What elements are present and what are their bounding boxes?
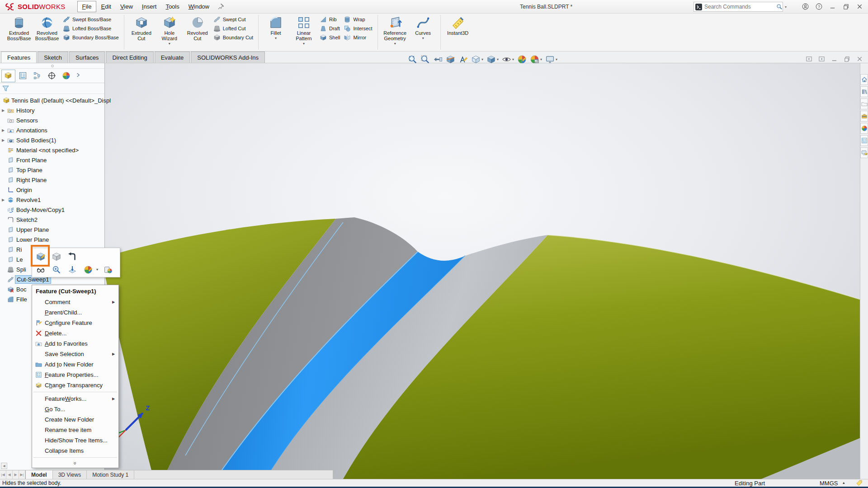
tab-solidworks-add-ins[interactable]: SOLIDWORKS Add-Ins — [191, 52, 265, 63]
menu-tools[interactable]: Tools — [161, 1, 184, 12]
search-icon[interactable] — [776, 4, 783, 10]
ribbon-button-draft[interactable]: Draft — [318, 24, 342, 33]
appearances-scenes-button[interactable] — [860, 123, 868, 134]
menu-view[interactable]: View — [116, 1, 137, 12]
search-commands-box[interactable]: ▾ — [693, 2, 783, 12]
dropdown-arrow-icon[interactable]: ▾ — [512, 57, 514, 61]
tree-item-upper-plane[interactable]: Upper Plane — [0, 225, 104, 235]
panel-tab-display-manager[interactable] — [59, 70, 73, 82]
menu-item-save-selection[interactable]: Save Selection▶ — [32, 349, 118, 359]
menu-item-go-to-[interactable]: Go To... — [32, 404, 118, 414]
dropdown-arrow-icon[interactable]: ▾ — [540, 57, 542, 61]
units-dropdown-icon[interactable]: ▴ — [843, 480, 845, 485]
close-doc-button[interactable] — [854, 54, 864, 63]
suppress-button[interactable] — [51, 251, 62, 263]
dropdown-arrow-icon[interactable]: ▾ — [169, 42, 170, 46]
ribbon-button-swept-cut[interactable]: Swept Cut — [212, 15, 255, 24]
model-tab-model[interactable]: Model — [25, 470, 53, 479]
ribbon-button-wrap[interactable]: Wrap — [342, 15, 374, 24]
tree-item-material-not-specified-[interactable]: Material <not specified> — [0, 145, 104, 155]
expand-arrow-icon[interactable]: ▶ — [0, 128, 6, 132]
home-button[interactable] — [860, 74, 868, 85]
tab-scroll-next-button[interactable]: ▶ — [13, 470, 19, 479]
menu-expand-button[interactable]: » — [32, 459, 118, 467]
ribbon-button-lofted-cut[interactable]: Lofted Cut — [212, 24, 255, 33]
tree-item-history[interactable]: ▶History — [0, 105, 104, 115]
view-palette-button[interactable] — [860, 111, 868, 122]
ribbon-button-lofted-boss-base[interactable]: Lofted Boss/Base — [61, 24, 121, 33]
ribbon-button-swept-boss-base[interactable]: Swept Boss/Base — [61, 15, 121, 24]
tree-item-annotations[interactable]: ▶AAnnotations — [0, 125, 104, 135]
panel-tab-configuration-manager[interactable] — [30, 70, 44, 82]
tree-item-solid-bodies-1-[interactable]: ▶Solid Bodies(1) — [0, 135, 104, 145]
ribbon-button-rib[interactable]: Rib — [318, 15, 342, 24]
tab-evaluate[interactable]: Evaluate — [155, 52, 190, 63]
ribbon-button-extruded-cut[interactable]: Extruded Cut — [127, 15, 156, 50]
close-button[interactable] — [853, 1, 866, 12]
menu-item-change-transparency[interactable]: Change Transparency — [32, 380, 118, 390]
normal-to-button[interactable] — [66, 264, 78, 276]
menu-window[interactable]: Window — [184, 1, 214, 12]
tab-sketch[interactable]: Sketch — [38, 52, 68, 63]
minimize-doc-button[interactable] — [829, 54, 839, 63]
menu-insert[interactable]: Insert — [137, 1, 161, 12]
ribbon-button-fillet[interactable]: Fillet▾ — [262, 15, 290, 50]
dropdown-arrow-icon[interactable]: ▾ — [394, 42, 396, 46]
ribbon-button-linear-pattern[interactable]: Linear Pattern▾ — [290, 15, 318, 50]
menu-item-featureworks-[interactable]: FeatureWorks...▶ — [32, 394, 118, 404]
menu-item-parent-child-[interactable]: Parent/Child... — [32, 307, 118, 318]
menu-item-hide-show-tree-items-[interactable]: Hide/Show Tree Items... — [32, 435, 118, 446]
dropdown-arrow-icon[interactable]: ▾ — [422, 36, 424, 40]
expand-arrow-icon[interactable]: ▶ — [0, 198, 6, 202]
ribbon-button-intersect[interactable]: Intersect — [342, 24, 374, 33]
menu-item-create-new-folder[interactable]: Create New Folder — [32, 414, 118, 425]
dropdown-arrow-icon[interactable]: ▾ — [481, 57, 483, 61]
tab-features[interactable]: Features — [1, 52, 37, 63]
dropdown-arrow-icon[interactable]: ▾ — [556, 57, 557, 61]
tree-item-top-plane[interactable]: Top Plane — [0, 165, 104, 175]
tab-scroll-previous-button[interactable]: ◀ — [6, 470, 13, 479]
restore-doc-button[interactable] — [842, 54, 852, 63]
tree-root-item[interactable]: Tennis Ball (Default) <<Default>_Displ — [0, 95, 104, 105]
menu-item-collapse-items[interactable]: Collapse Items — [32, 446, 118, 456]
dropdown-arrow-icon[interactable]: ▾ — [303, 42, 305, 46]
ribbon-button-hole-wizard[interactable]: Hole Wizard▾ — [156, 15, 184, 50]
tree-item-revolve1[interactable]: ▶Revolve1 — [0, 195, 104, 205]
panel-collapse-handle[interactable] — [0, 63, 104, 69]
minimize-button[interactable] — [826, 1, 839, 12]
expand-arrow-icon[interactable]: ▶ — [0, 138, 6, 142]
ribbon-button-mirror[interactable]: Mirror — [342, 33, 374, 42]
design-library-button[interactable] — [860, 86, 868, 97]
tree-item-origin[interactable]: Origin — [0, 185, 104, 195]
tree-filter-row[interactable] — [0, 83, 104, 94]
menu-item-delete-[interactable]: Delete... — [32, 328, 118, 338]
ribbon-button-boundary-cut[interactable]: Boundary Cut — [212, 33, 255, 42]
menu-item-configure-feature[interactable]: Configure Feature — [32, 318, 118, 328]
search-input[interactable] — [703, 4, 776, 10]
tree-item-right-plane[interactable]: Right Plane — [0, 175, 104, 185]
model-tab-motion-study-1[interactable]: Motion Study 1 — [87, 470, 134, 479]
panel-tab-dimxpert-manager[interactable] — [45, 70, 59, 82]
search-dropdown-icon[interactable]: ▾ — [783, 5, 789, 9]
zoom-to-selection-button[interactable] — [51, 264, 62, 276]
ribbon-button-revolved-cut[interactable]: Revolved Cut — [184, 15, 212, 50]
ribbon-button-curves[interactable]: Curves▾ — [409, 15, 437, 50]
tree-item-lower-plane[interactable]: Lower Plane — [0, 235, 104, 244]
ribbon-button-extruded-boss-base[interactable]: Extruded Boss/Base — [5, 15, 33, 50]
ribbon-button-shell[interactable]: Shell — [318, 33, 342, 42]
tree-item-front-plane[interactable]: Front Plane — [0, 155, 104, 165]
dropdown-arrow-icon[interactable]: ▾ — [275, 36, 277, 40]
tab-direct-editing[interactable]: Direct Editing — [106, 52, 153, 63]
ribbon-button-revolved-boss-base[interactable]: Revolved Boss/Base — [33, 15, 61, 50]
custom-properties-button[interactable] — [860, 135, 868, 146]
next-window-button[interactable] — [816, 54, 826, 63]
help-button[interactable]: ? — [812, 1, 826, 12]
previous-window-button[interactable] — [804, 54, 814, 63]
panel-tab-property-manager[interactable] — [16, 70, 30, 82]
ribbon-button-instant3d[interactable]: Instant3D — [444, 15, 472, 50]
expand-arrow-icon[interactable]: ▶ — [0, 108, 6, 113]
tab-surfaces[interactable]: Surfaces — [69, 52, 105, 63]
menu-item-rename-tree-item[interactable]: Rename tree item — [32, 425, 118, 435]
tree-scroll-left-button[interactable]: ◄ — [1, 463, 7, 469]
tree-item-body-move-copy1[interactable]: Body-Move/Copy1 — [0, 205, 104, 215]
